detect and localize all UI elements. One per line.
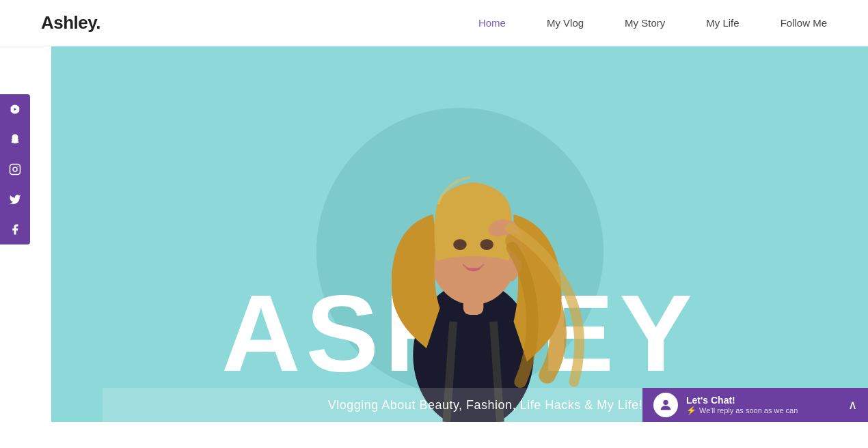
nav-home[interactable]: Home	[478, 17, 506, 29]
chat-title: Let's Chat!	[686, 395, 840, 406]
nav-vlog[interactable]: My Vlog	[547, 17, 584, 29]
youtube-icon[interactable]	[0, 94, 30, 124]
twitter-icon[interactable]	[0, 184, 30, 214]
svg-point-2	[17, 166, 18, 167]
svg-point-1	[13, 167, 17, 171]
instagram-icon[interactable]	[0, 154, 30, 184]
main-nav: Home My Vlog My Story My Life Follow Me	[478, 17, 827, 29]
logo-text: Ashley.	[41, 12, 100, 33]
chat-widget[interactable]: Let's Chat! ⚡ We'll reply as soon as we …	[642, 388, 868, 422]
nav-life[interactable]: My Life	[706, 17, 739, 29]
person-figure	[339, 74, 607, 422]
svg-point-9	[663, 400, 668, 405]
hero-banner: ASHLEY Vlogging About Beauty, Fashion, L…	[51, 46, 868, 422]
chat-subtitle: ⚡ We'll reply as soon as we can	[686, 406, 840, 415]
hero-subtitle: Vlogging About Beauty, Fashion, Life Hac…	[328, 398, 642, 412]
header: Ashley. Home My Vlog My Story My Life Fo…	[0, 0, 868, 46]
hero-wrapper: ASHLEY Vlogging About Beauty, Fashion, L…	[0, 46, 868, 448]
social-sidebar	[0, 94, 30, 244]
snapchat-icon[interactable]	[0, 124, 30, 154]
svg-point-6	[453, 239, 467, 250]
facebook-icon[interactable]	[0, 214, 30, 244]
chat-text-block: Let's Chat! ⚡ We'll reply as soon as we …	[686, 395, 840, 415]
site-logo[interactable]: Ashley.	[41, 12, 100, 33]
lightning-icon: ⚡	[686, 406, 696, 415]
svg-rect-0	[10, 165, 21, 175]
chat-subtitle-text: We'll reply as soon as we can	[699, 406, 798, 415]
chat-avatar	[653, 393, 678, 417]
nav-follow[interactable]: Follow Me	[781, 17, 827, 29]
svg-point-7	[480, 239, 493, 250]
nav-story[interactable]: My Story	[625, 17, 665, 29]
chat-chevron-icon[interactable]: ∧	[848, 397, 857, 412]
